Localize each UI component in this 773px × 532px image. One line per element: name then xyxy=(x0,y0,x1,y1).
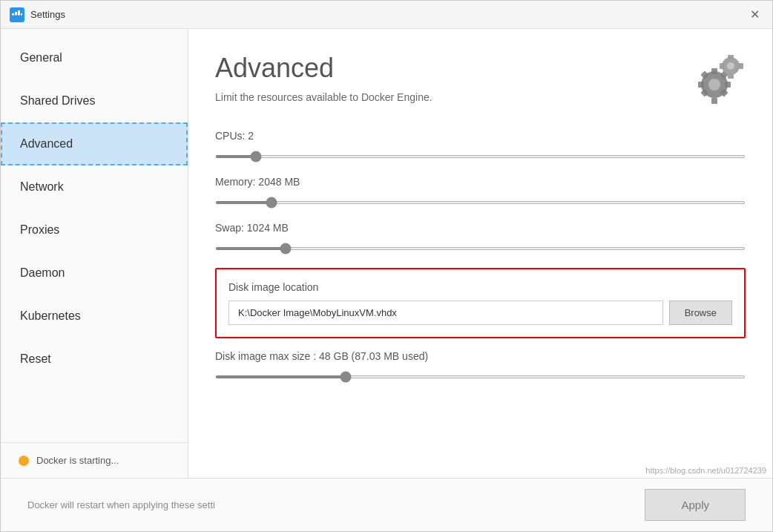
svg-rect-6 xyxy=(18,10,20,13)
svg-rect-10 xyxy=(711,68,717,74)
apply-button[interactable]: Apply xyxy=(645,489,746,521)
sidebar-item-kubernetes[interactable]: Kubernetes xyxy=(1,295,188,338)
sidebar-item-advanced[interactable]: Advanced xyxy=(1,122,188,165)
disk-image-section: Disk image location Browse xyxy=(215,268,746,338)
close-button[interactable]: ✕ xyxy=(746,6,763,24)
svg-rect-13 xyxy=(725,82,731,88)
app-icon xyxy=(10,7,24,22)
window-title: Settings xyxy=(30,9,65,20)
disk-image-row: Browse xyxy=(228,301,732,325)
svg-rect-23 xyxy=(739,63,743,69)
sidebar-item-network[interactable]: Network xyxy=(1,165,188,208)
content-area: General Shared Drives Advanced Network P… xyxy=(1,29,772,478)
main-content: Advanced Limit the resources available t… xyxy=(188,29,772,478)
disk-size-section: Disk image max size : 48 GB (87.03 MB us… xyxy=(215,350,746,381)
svg-rect-21 xyxy=(728,74,734,79)
swap-section: Swap: 1024 MB xyxy=(215,222,746,253)
gear-icon xyxy=(679,53,746,112)
page-title-section: Advanced Limit the resources available t… xyxy=(215,53,432,105)
settings-window: Settings ✕ General Shared Drives Advance… xyxy=(0,0,773,532)
sidebar-item-general[interactable]: General xyxy=(1,36,188,79)
svg-point-9 xyxy=(708,79,720,91)
cpu-label: CPUs: 2 xyxy=(215,130,746,142)
sidebar: General Shared Drives Advanced Network P… xyxy=(1,29,188,478)
disk-size-slider[interactable] xyxy=(215,375,746,378)
title-bar-left: Settings xyxy=(10,7,65,22)
cpu-section: CPUs: 2 xyxy=(215,130,746,161)
sidebar-item-reset[interactable]: Reset xyxy=(1,338,188,381)
disk-image-path-input[interactable] xyxy=(228,301,663,325)
watermark: https://blog.csdn.net/u012724239 xyxy=(645,466,766,475)
svg-rect-11 xyxy=(711,98,717,104)
sidebar-footer: Docker is starting... xyxy=(1,442,188,478)
svg-rect-12 xyxy=(698,82,704,88)
status-indicator xyxy=(19,456,29,466)
bottom-bar: Docker will restart when applying these … xyxy=(1,478,772,531)
svg-rect-1 xyxy=(12,13,14,16)
page-title: Advanced xyxy=(215,53,432,84)
svg-rect-22 xyxy=(720,63,724,69)
memory-section: Memory: 2048 MB xyxy=(215,176,746,207)
swap-label: Swap: 1024 MB xyxy=(215,222,746,234)
svg-rect-7 xyxy=(21,13,22,16)
cpu-slider[interactable] xyxy=(215,155,746,158)
disk-image-label: Disk image location xyxy=(228,281,732,293)
svg-rect-3 xyxy=(15,13,17,16)
disk-size-label: Disk image max size : 48 GB (87.03 MB us… xyxy=(215,350,746,362)
sidebar-item-daemon[interactable]: Daemon xyxy=(1,252,188,295)
svg-point-19 xyxy=(727,62,734,70)
status-text: Docker is starting... xyxy=(36,455,119,466)
sidebar-item-shared-drives[interactable]: Shared Drives xyxy=(1,79,188,122)
page-header: Advanced Limit the resources available t… xyxy=(215,53,746,112)
sidebar-item-proxies[interactable]: Proxies xyxy=(1,208,188,252)
title-bar: Settings ✕ xyxy=(1,1,772,29)
memory-label: Memory: 2048 MB xyxy=(215,176,746,188)
restart-notice: Docker will restart when applying these … xyxy=(27,499,215,510)
memory-slider[interactable] xyxy=(215,201,746,204)
svg-rect-20 xyxy=(728,55,734,59)
page-subtitle: Limit the resources available to Docker … xyxy=(215,90,432,105)
swap-slider[interactable] xyxy=(215,247,746,250)
browse-button[interactable]: Browse xyxy=(669,301,732,325)
